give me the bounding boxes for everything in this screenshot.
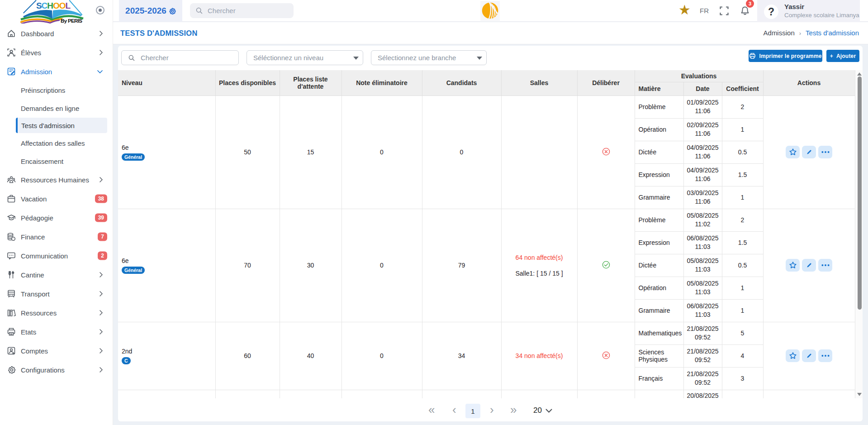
svg-text:SCHOOL: SCHOOL [36,1,71,10]
svg-text:By PERIS: By PERIS [61,18,82,24]
